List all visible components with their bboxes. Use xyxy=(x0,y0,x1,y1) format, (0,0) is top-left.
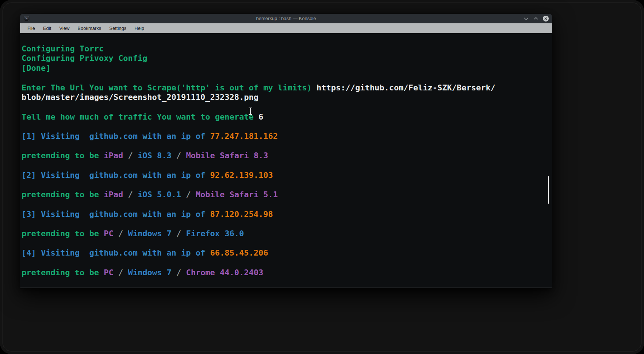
terminal-line xyxy=(22,258,546,268)
terminal-line: pretending to be PC / Windows 7 / Chrome… xyxy=(22,268,546,278)
konsole-window: > berserkup : bash — Konsole xyxy=(20,14,552,288)
menu-item-bookmarks[interactable]: Bookmarks xyxy=(73,23,105,33)
terminal-line xyxy=(22,180,546,190)
window-title: berserkup : bash — Konsole xyxy=(20,14,552,23)
chevron-up-icon xyxy=(534,16,538,21)
terminal-line: [1] Visiting github.com with an ip of 77… xyxy=(22,132,546,141)
terminal-output: Configuring TorrcConfiguring Privoxy Con… xyxy=(22,34,546,278)
menu-item-edit[interactable]: Edit xyxy=(39,23,55,33)
terminal-line xyxy=(22,161,546,171)
chevron-down-icon xyxy=(524,16,528,21)
terminal-line xyxy=(22,219,546,229)
menu-bar: FileEditViewBookmarksSettingsHelp xyxy=(20,23,552,33)
terminal-line xyxy=(22,141,546,151)
close-button[interactable] xyxy=(543,16,549,22)
terminal-viewport[interactable]: Configuring TorrcConfiguring Privoxy Con… xyxy=(20,33,552,288)
terminal-line: [2] Visiting github.com with an ip of 92… xyxy=(22,171,546,180)
terminal-line: pretending to be PC / Windows 7 / Firefo… xyxy=(22,229,546,239)
menu-item-file[interactable]: File xyxy=(23,23,39,33)
terminal-line xyxy=(22,102,546,112)
scrollbar-track[interactable] xyxy=(547,33,551,288)
terminal-line: Configuring Torrc xyxy=(22,44,546,54)
terminal-line: pretending to be iPad / iOS 8.3 / Mobile… xyxy=(22,151,546,161)
terminal-line: pretending to be iPad / iOS 5.0.1 / Mobi… xyxy=(22,190,546,200)
close-circle-icon xyxy=(543,16,549,22)
terminal-line: Tell me how much of traffic You want to … xyxy=(22,112,546,122)
desktop-backdrop: > berserkup : bash — Konsole xyxy=(0,0,644,354)
minimize-button[interactable] xyxy=(523,16,529,22)
window-controls xyxy=(523,14,549,23)
terminal-line: Configuring Privoxy Config xyxy=(22,54,546,63)
terminal-line: [Done] xyxy=(22,63,546,73)
terminal-line xyxy=(22,122,546,132)
menu-item-view[interactable]: View xyxy=(55,23,73,33)
menu-item-help[interactable]: Help xyxy=(130,23,148,33)
maximize-button[interactable] xyxy=(533,16,539,22)
scrollbar-thumb[interactable] xyxy=(548,176,549,204)
terminal-line: [4] Visiting github.com with an ip of 66… xyxy=(22,248,546,258)
terminal-line xyxy=(22,73,546,83)
terminal-line xyxy=(22,239,546,249)
menu-item-settings[interactable]: Settings xyxy=(105,23,130,33)
terminal-line: blob/master/images/Screenshot_20191110_2… xyxy=(22,93,546,102)
terminal-line: Enter The Url You want to Scrape('http' … xyxy=(22,83,546,93)
title-bar[interactable]: > berserkup : bash — Konsole xyxy=(20,14,552,23)
terminal-line: [3] Visiting github.com with an ip of 87… xyxy=(22,210,546,219)
terminal-line xyxy=(22,200,546,210)
terminal-line xyxy=(22,34,546,44)
